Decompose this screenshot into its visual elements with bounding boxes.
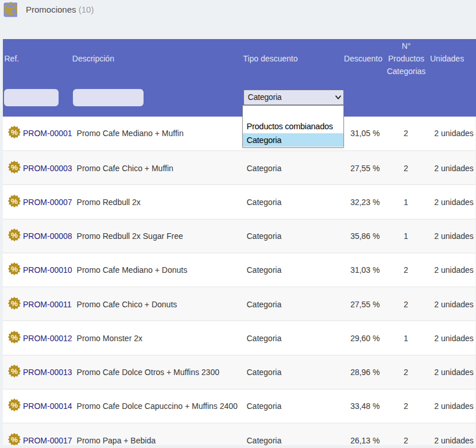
svg-text:%: % xyxy=(11,128,18,137)
svg-text:%: % xyxy=(11,401,18,410)
svg-text:%: % xyxy=(11,299,18,308)
svg-text:%: % xyxy=(11,197,18,206)
svg-text:%: % xyxy=(11,333,18,342)
svg-text:%: % xyxy=(11,265,18,273)
svg-text:%: % xyxy=(11,231,18,240)
svg-text:%: % xyxy=(11,435,18,444)
svg-text:%: % xyxy=(11,367,18,376)
svg-text:%: % xyxy=(11,163,18,172)
